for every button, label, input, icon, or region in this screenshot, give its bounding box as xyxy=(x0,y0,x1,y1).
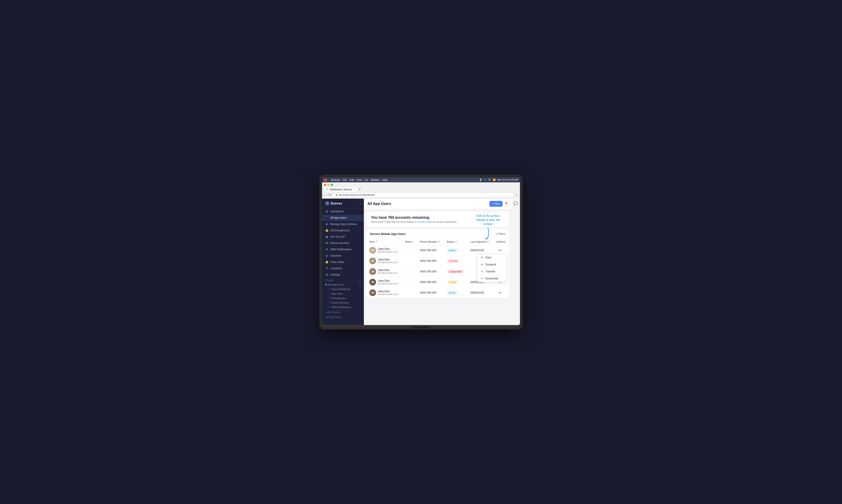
sub-nav-duress-devices[interactable]: Duress Devices xyxy=(323,301,364,305)
sidebar-item-locations[interactable]: 📍 Locations xyxy=(322,265,364,271)
sidebar-item-checkins[interactable]: ◎ Checkins xyxy=(322,253,364,259)
user-info-3: Jane Doe jane@example.com xyxy=(378,269,398,274)
avatar-1: JD xyxy=(369,247,376,254)
menu-window[interactable]: Window xyxy=(371,179,380,181)
sidebar-item-are-you-ok[interactable]: ◉ Are You Ok? xyxy=(322,234,364,240)
user-info-2: Jane Doe jane@example.com xyxy=(378,258,398,264)
avatar-3: JD xyxy=(369,268,376,275)
sub-dot-sms-notifications xyxy=(329,306,330,308)
dashboard-icon: ⊞ xyxy=(325,210,328,213)
all-app-users-icon: 📱 xyxy=(325,216,328,219)
main-content: All App Users + New 📍 You have 784 accou… xyxy=(364,199,512,325)
col-actions: Actions xyxy=(494,238,509,245)
sub-nav-sms-notifications[interactable]: SMS Notifications xyxy=(323,305,364,309)
col-phone[interactable]: Phone Number ⇅ xyxy=(417,238,444,245)
tab-close-button[interactable]: ✕ xyxy=(353,188,355,191)
back-button[interactable]: ‹ xyxy=(324,193,325,197)
bookmark-icon[interactable]: ☆ xyxy=(515,193,518,197)
sidebar-item-settings[interactable]: ⚙ Settings › xyxy=(322,271,364,278)
dropdown-suspend-label: Suspend xyxy=(485,263,496,266)
sidebar-item-manage-licenses[interactable]: ⊞ Manage App Licenses xyxy=(322,221,364,227)
teams-label: Teams xyxy=(325,279,334,282)
all-emergencies-icon: 🔔 xyxy=(325,229,328,232)
example-team-header[interactable]: Example Team ∨ xyxy=(322,282,364,287)
close-button[interactable] xyxy=(324,184,326,186)
menu-view[interactable]: View xyxy=(357,179,362,181)
cell-status-4: Invited xyxy=(444,277,468,287)
minimize-button[interactable] xyxy=(327,184,330,186)
col-status[interactable]: Status ⇅ xyxy=(444,238,468,245)
forward-button[interactable]: › xyxy=(326,193,328,197)
sidebar-item-team-alerts[interactable]: 🔔 Team Alerts xyxy=(322,259,364,265)
sidebar-item-all-emergencies[interactable]: 🔔 All Emergencies xyxy=(322,227,364,234)
table-section: Duress Mobile App Users ≡ Filters User ⇅ xyxy=(367,230,509,298)
traffic-lights xyxy=(322,182,520,187)
nav-label-all-emergencies: All Emergencies xyxy=(330,229,350,232)
team-chevron-icon[interactable]: ∨ xyxy=(359,283,361,286)
dropdown-deactivate[interactable]: ✕ Deactivate xyxy=(477,275,506,282)
dropdown-view[interactable]: 👁 View xyxy=(477,254,506,261)
col-last-signed-in[interactable]: Last Signed In ⇅ xyxy=(468,238,494,245)
user-name-5: Jane Doe xyxy=(378,290,398,293)
col-user[interactable]: User ⇅ xyxy=(367,238,402,245)
actions-button-5[interactable]: ••• xyxy=(496,290,504,295)
menu-file[interactable]: File xyxy=(343,179,347,181)
sms-notifications-icon: ✉ xyxy=(325,248,328,251)
filters-button[interactable]: ≡ Filters xyxy=(495,232,506,235)
laptop-screen: 🍎 Browser File Edit View Go Window Help … xyxy=(322,177,520,325)
cell-phone-2: 0400 000 000 xyxy=(417,255,444,266)
collapse-button[interactable]: ‹ xyxy=(360,201,361,205)
battery-icon: 🔋 xyxy=(479,179,482,181)
contact-sales-link[interactable]: Contact Sales xyxy=(417,220,433,223)
refresh-button[interactable]: ↻ xyxy=(329,193,331,197)
table-row: JD Jane Doe jane@example.com xyxy=(367,287,509,298)
maximize-button[interactable] xyxy=(331,184,333,186)
url-bar[interactable]: 🔒 accounts.duress.com/dashboard xyxy=(333,193,514,197)
sub-dot-team-dashboard xyxy=(329,288,330,290)
actions-button-1[interactable]: ••• xyxy=(496,248,504,253)
sidebar-item-duress-devices[interactable]: 📟 Duress Devices xyxy=(322,240,364,246)
laptop-base xyxy=(322,325,520,329)
view-all-teams-link[interactable]: View All Teams xyxy=(322,315,364,321)
sidebar-item-dashboard[interactable]: ⊞ Dashboard xyxy=(322,208,364,215)
nav-label-checkins: Checkins xyxy=(330,254,341,257)
active-tab[interactable]: 🛡 Dashboard | Duress ✕ xyxy=(324,187,357,192)
sub-nav-label-team-dashboard: Team Dashboard xyxy=(331,288,350,290)
menu-browser[interactable]: Browser xyxy=(331,179,340,181)
new-tab-button[interactable]: + xyxy=(358,187,362,191)
sub-nav-emergencies[interactable]: Emergencies xyxy=(323,296,364,301)
sidebar-item-sms-notifications[interactable]: ✉ SMS Notifications xyxy=(322,246,364,253)
sidebar-item-all-app-users[interactable]: 📱 All App Users xyxy=(322,215,364,221)
cell-signed-in-5: 06/05/2028 xyxy=(468,287,494,298)
add-teams-link[interactable]: + Add Teams xyxy=(322,309,364,315)
col-team[interactable]: Team ⇅ xyxy=(402,238,417,245)
chat-icon[interactable]: 💬 xyxy=(514,201,518,205)
nav-label-duress-devices: Duress Devices xyxy=(330,241,349,245)
teams-section-header[interactable]: Teams ∨ xyxy=(322,278,364,282)
menu-go[interactable]: Go xyxy=(365,179,368,181)
status-badge-4: Invited xyxy=(447,280,458,284)
sidebar-header: 📍 Duress ‹ xyxy=(322,199,364,208)
new-button[interactable]: + New xyxy=(489,201,503,207)
sub-nav-app-users[interactable]: App Users xyxy=(323,291,364,296)
status-badge-1: Active xyxy=(447,248,458,252)
location-icon[interactable]: 📍 xyxy=(504,202,508,205)
dropdown-suspend[interactable]: ⊘ Suspend xyxy=(477,261,506,268)
cell-actions-1: ••• 👁 View xyxy=(494,245,509,255)
menu-edit[interactable]: Edit xyxy=(350,179,354,181)
table-row: JD Jane Doe jane@example.com xyxy=(367,245,509,255)
checkins-icon: ◎ xyxy=(325,254,328,257)
nav-label-all-app-users: All App Users xyxy=(330,216,347,219)
menu-help[interactable]: Help xyxy=(382,179,388,181)
apple-icon: 🍎 xyxy=(324,178,328,181)
header-actions: + New 📍 xyxy=(489,201,508,207)
sub-nav-team-dashboard[interactable]: Team Dashboard xyxy=(323,287,364,291)
cell-team-4 xyxy=(402,277,417,287)
laptop-frame: 🍎 Browser File Edit View Go Window Help … xyxy=(319,175,523,329)
dropdown-transfer[interactable]: ↻ Transfer xyxy=(477,268,506,275)
search-icon[interactable]: 🔍 xyxy=(488,179,491,181)
cell-user-1: JD Jane Doe jane@example.com xyxy=(367,245,402,255)
actions-dropdown-1: 👁 View ⊘ Suspend xyxy=(477,254,506,282)
banner-text: You have 784 accounts remaining. Need mo… xyxy=(371,216,457,223)
teams-chevron-icon[interactable]: ∨ xyxy=(359,279,361,282)
